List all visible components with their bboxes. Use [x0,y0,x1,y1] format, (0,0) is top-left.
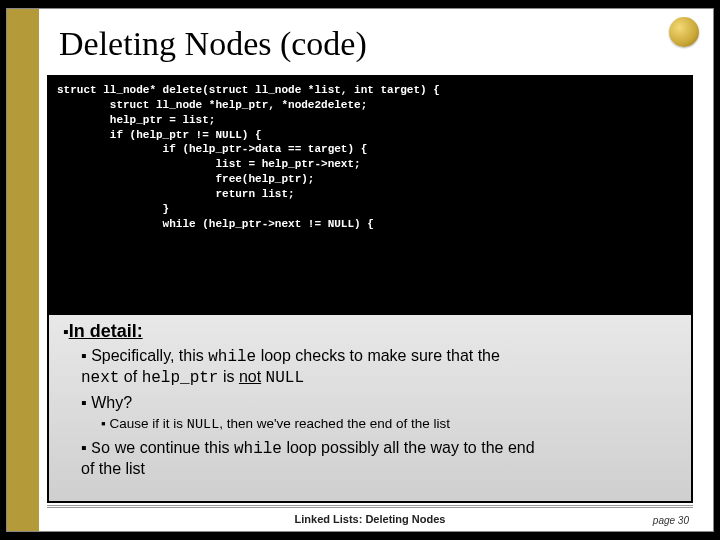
detail-bullet-why: ▪ Why? [63,394,677,412]
logo-icon [669,17,699,47]
detail-bullet-1: ▪ Specifically, this while loop checks t… [63,346,677,388]
detail-bullet-so: ▪ So we continue this while loop possibl… [63,438,677,479]
content-panel: struct ll_node* delete(struct ll_node *l… [47,75,693,503]
footer: Linked Lists: Deleting Nodes page 30 [47,505,693,527]
detail-bullet-cause: ▪ Cause if it is NULL, then we've reache… [63,416,677,432]
detail-heading: ▪In detail: [63,321,677,342]
slide-title: Deleting Nodes (code) [59,25,367,63]
footer-section: Linked Lists: Deleting Nodes [295,513,446,527]
accent-strip [7,9,39,531]
code-block: struct ll_node* delete(struct ll_node *l… [49,77,691,235]
page-number: page 30 [653,515,689,526]
explanation-panel: ▪In detail: ▪ Specifically, this while l… [49,315,691,501]
slide: Deleting Nodes (code) struct ll_node* de… [6,8,714,532]
